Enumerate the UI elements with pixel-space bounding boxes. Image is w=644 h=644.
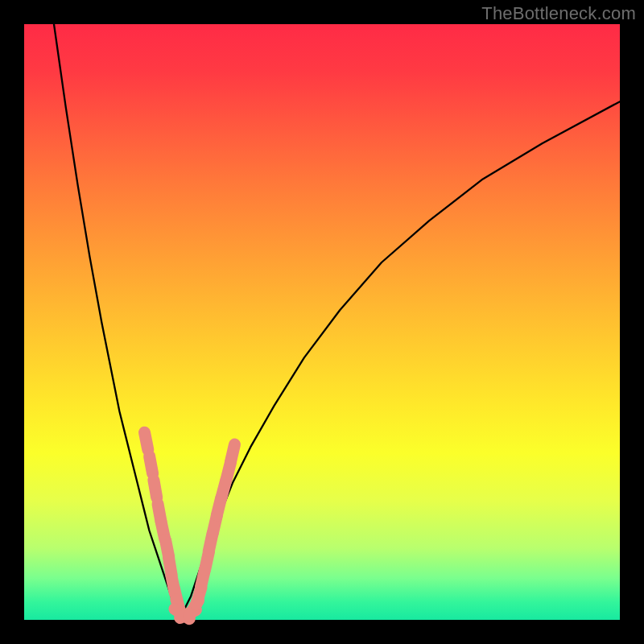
curve-layer: [24, 24, 620, 620]
plot-area: [24, 24, 620, 620]
curve-right-branch: [179, 101, 620, 613]
marker-capsule: [145, 432, 148, 450]
marker-capsule: [150, 456, 153, 474]
watermark-text: TheBottleneck.com: [481, 3, 636, 24]
marker-group: [145, 432, 235, 618]
bottleneck-curve: [54, 24, 620, 614]
marker-capsule: [154, 480, 157, 497]
chart-frame: TheBottleneck.com: [0, 0, 644, 644]
marker-capsule: [231, 444, 235, 461]
